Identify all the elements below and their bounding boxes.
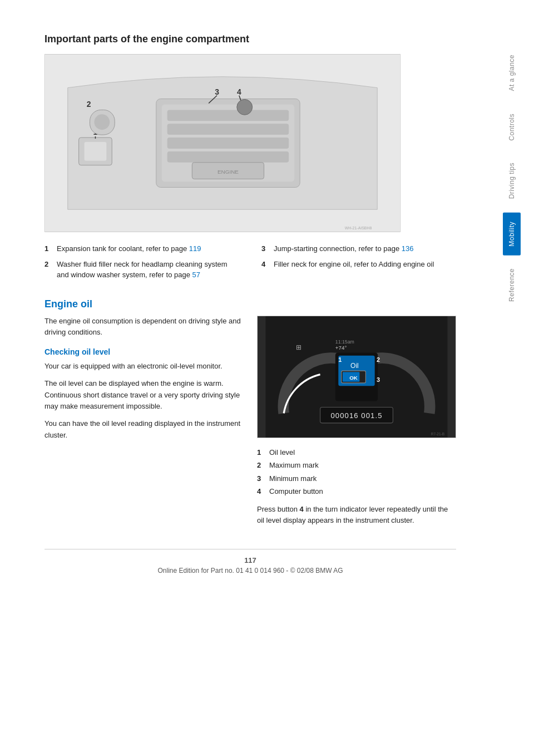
item-2-num: 2 [44, 259, 52, 270]
svg-text:ENGINE: ENGINE [217, 169, 239, 175]
svg-text:OK: OK [349, 375, 358, 381]
oil-item-4-text: Computer button [269, 486, 323, 497]
instrument-cluster-image: Oil OK 000016 001.5 1 2 3 [257, 316, 456, 438]
svg-point-14 [94, 114, 110, 130]
svg-text:⊞: ⊞ [296, 343, 301, 351]
engine-oil-title: Engine oil [44, 298, 456, 310]
item-3-text: Jump-starting connection, refer to page … [274, 243, 414, 254]
svg-text:2: 2 [87, 100, 91, 109]
engine-oil-section: Engine oil The engine oil consumption is… [44, 298, 456, 527]
oil-para-2: The oil level can be displayed when the … [44, 378, 244, 413]
list-item-4: 4 Filler neck for engine oil, refer to A… [261, 259, 456, 281]
sidebar-tab-reference[interactable]: Reference [503, 259, 521, 311]
svg-text:11:15am: 11:15am [335, 339, 354, 345]
engine-oil-intro: The engine oil consumption is dependent … [44, 316, 244, 339]
item-1-text: Expansion tank for coolant, refer to pag… [57, 243, 201, 254]
oil-item-2-text: Maximum mark [269, 460, 319, 471]
engine-oil-left-col: The engine oil consumption is dependent … [44, 316, 244, 527]
svg-text:+74°: +74° [335, 344, 347, 350]
page-ref-57[interactable]: 57 [192, 271, 200, 279]
svg-rect-6 [167, 151, 289, 163]
svg-text:000016 001.5: 000016 001.5 [330, 411, 382, 420]
footer-text: Online Edition for Part no. 01 41 0 014 … [44, 567, 456, 575]
oil-list-item-4: 4 Computer button [257, 486, 456, 497]
engine-oil-right-col: Oil OK 000016 001.5 1 2 3 [257, 316, 456, 527]
page-footer: 117 Online Edition for Part no. 01 41 0 … [44, 549, 456, 575]
svg-text:Oil: Oil [350, 361, 359, 369]
sidebar: At a glance Controls Driving tips Mobili… [490, 0, 534, 756]
page-number: 117 [44, 556, 456, 564]
sidebar-tab-at-a-glance[interactable]: At a glance [503, 46, 521, 100]
sidebar-tab-driving-tips[interactable]: Driving tips [503, 154, 521, 208]
press-button-instruction: Press button 4 in the turn indicator lev… [257, 504, 456, 527]
item-4-num: 4 [261, 259, 269, 270]
oil-list-item-3: 3 Minimum mark [257, 473, 456, 484]
main-content: Important parts of the engine compartmen… [0, 0, 490, 756]
list-item-2: 2 Washer fluid filler neck for headlamp … [44, 259, 239, 281]
item-2-text: Washer fluid filler neck for headlamp cl… [57, 259, 239, 281]
oil-para-1: Your car is equipped with an electronic … [44, 361, 244, 372]
sidebar-tab-controls[interactable]: Controls [503, 105, 521, 150]
svg-rect-10 [85, 142, 107, 161]
svg-rect-5 [167, 138, 289, 149]
page-ref-136[interactable]: 136 [402, 244, 414, 253]
page-ref-119[interactable]: 119 [189, 244, 201, 253]
oil-para-3: You can have the oil level reading displ… [44, 418, 244, 441]
page-title: Important parts of the engine compartmen… [44, 33, 456, 45]
oil-item-1-text: Oil level [269, 447, 295, 458]
oil-list-item-1: 1 Oil level [257, 447, 456, 458]
engine-compartment-list: 1 Expansion tank for coolant, refer to p… [44, 243, 456, 281]
oil-level-list: 1 Oil level 2 Maximum mark 3 Minimum mar… [257, 447, 456, 497]
item-1-num: 1 [44, 243, 52, 254]
svg-text:4: 4 [237, 87, 241, 96]
item-3-num: 3 [261, 243, 269, 254]
svg-rect-3 [167, 110, 289, 121]
oil-list-item-2: 2 Maximum mark [257, 460, 456, 471]
svg-rect-4 [167, 124, 289, 135]
checking-oil-title: Checking oil level [44, 347, 244, 356]
svg-point-20 [237, 99, 253, 115]
list-item-1: 1 Expansion tank for coolant, refer to p… [44, 243, 239, 254]
svg-text:R7-21-B: R7-21-B [431, 431, 445, 435]
list-item-3: 3 Jump-starting connection, refer to pag… [261, 243, 456, 254]
oil-item-3-text: Minimum mark [269, 473, 317, 484]
engine-compartment-image: ENGINE 1 2 3 4 WH-21-AISBH8 [44, 54, 400, 232]
engine-oil-layout: The engine oil consumption is dependent … [44, 316, 456, 527]
svg-text:1: 1 [338, 356, 342, 362]
item-4-text: Filler neck for engine oil, refer to Add… [274, 259, 434, 270]
sidebar-tab-mobility[interactable]: Mobility [503, 213, 521, 256]
sidebar-tabs: At a glance Controls Driving tips Mobili… [503, 45, 521, 312]
svg-text:3: 3 [377, 376, 380, 382]
svg-text:2: 2 [377, 356, 380, 362]
svg-text:3: 3 [215, 87, 219, 96]
svg-text:WH-21-AISBH8: WH-21-AISBH8 [345, 226, 372, 230]
